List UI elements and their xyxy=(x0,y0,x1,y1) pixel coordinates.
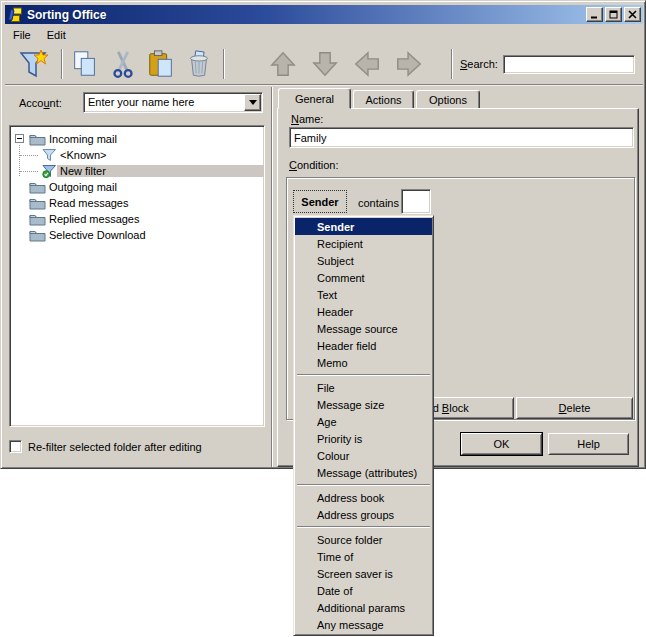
cut-button[interactable] xyxy=(105,46,141,82)
copy-icon xyxy=(70,49,100,79)
chevron-down-icon xyxy=(249,100,257,109)
folder-icon xyxy=(29,180,46,194)
tab-actions[interactable]: Actions xyxy=(353,90,414,109)
toolbar-separator xyxy=(223,49,225,79)
delete-block-button[interactable]: Delete xyxy=(516,397,633,419)
refilter-checkbox[interactable] xyxy=(9,440,22,453)
search-label: Search: xyxy=(460,58,498,70)
tree-item-outgoing-mail[interactable]: Outgoing mail xyxy=(10,179,264,195)
account-label: Account: xyxy=(19,97,62,109)
dropdown-item-memo[interactable]: Memo xyxy=(295,354,432,371)
dropdown-item-screen-saver-is[interactable]: Screen saver is xyxy=(295,565,432,582)
condition-field-button[interactable]: Sender xyxy=(293,190,347,213)
name-label: Name: xyxy=(291,113,323,125)
ok-button[interactable]: OK xyxy=(461,433,542,455)
refilter-checkbox-label: Re-filter selected folder after editing xyxy=(28,441,202,453)
dropdown-separator xyxy=(297,523,430,531)
titlebar: Sorting Office xyxy=(5,5,643,24)
menu-edit[interactable]: Edit xyxy=(39,27,74,43)
arrow-down-icon xyxy=(310,49,340,79)
dropdown-item-message-size[interactable]: Message size xyxy=(295,396,432,413)
app-icon xyxy=(7,7,23,23)
dropdown-item-age[interactable]: Age xyxy=(295,413,432,430)
help-button[interactable]: Help xyxy=(548,433,629,455)
tree-item-known[interactable]: <Known> xyxy=(10,147,264,163)
dropdown-item-any-message[interactable]: Any message xyxy=(295,616,432,633)
dropdown-separator xyxy=(297,481,430,489)
tree-item-selective-download[interactable]: Selective Download xyxy=(10,227,264,243)
folder-tree: Incoming mail <Known> New filter xyxy=(9,125,265,427)
collapse-icon[interactable] xyxy=(15,134,24,143)
tree-item-read-messages[interactable]: Read messages xyxy=(10,195,264,211)
maximize-button[interactable] xyxy=(605,7,622,22)
move-down-button[interactable] xyxy=(307,46,343,82)
arrow-right-icon xyxy=(394,49,424,79)
close-button[interactable] xyxy=(624,7,641,22)
tree-item-label: Selective Download xyxy=(46,228,149,242)
dropdown-item-additional-params[interactable]: Additional params xyxy=(295,599,432,616)
search-input[interactable] xyxy=(503,55,635,74)
arrow-left-icon xyxy=(352,49,382,79)
paste-button[interactable] xyxy=(143,46,179,82)
tree-item-replied-messages[interactable]: Replied messages xyxy=(10,211,264,227)
dropdown-item-address-book[interactable]: Address book xyxy=(295,489,432,506)
condition-operator[interactable]: contains xyxy=(358,197,399,209)
toolbar: Search: xyxy=(5,44,643,85)
folder-icon xyxy=(29,212,46,226)
dropdown-item-message-attributes[interactable]: Message (attributes) xyxy=(295,464,432,481)
tab-options[interactable]: Options xyxy=(416,90,480,109)
dropdown-item-address-groups[interactable]: Address groups xyxy=(295,506,432,523)
panel-divider xyxy=(271,87,273,467)
minimize-icon xyxy=(590,10,599,19)
account-combobox-dropdown-button[interactable] xyxy=(244,94,261,111)
window-title: Sorting Office xyxy=(27,8,584,22)
cut-icon xyxy=(108,49,138,79)
folder-icon xyxy=(29,132,46,146)
move-up-button[interactable] xyxy=(265,46,301,82)
close-icon xyxy=(628,10,637,19)
dropdown-item-priority-is[interactable]: Priority is xyxy=(295,430,432,447)
tree-item-label: <Known> xyxy=(57,148,109,162)
dropdown-item-file[interactable]: File xyxy=(295,379,432,396)
new-filter-button[interactable] xyxy=(15,46,51,82)
dropdown-item-colour[interactable]: Colour xyxy=(295,447,432,464)
paste-icon xyxy=(146,49,176,79)
dropdown-item-header-field[interactable]: Header field xyxy=(295,337,432,354)
dropdown-item-time-of[interactable]: Time of xyxy=(295,548,432,565)
new-filter-icon xyxy=(17,48,49,80)
toolbar-separator xyxy=(451,49,453,79)
tree-item-label: New filter xyxy=(57,164,109,178)
dropdown-item-header[interactable]: Header xyxy=(295,303,432,320)
dropdown-item-source-folder[interactable]: Source folder xyxy=(295,531,432,548)
dropdown-item-subject[interactable]: Subject xyxy=(295,252,432,269)
dropdown-item-sender[interactable]: Sender xyxy=(295,218,432,235)
dropdown-item-comment[interactable]: Comment xyxy=(295,269,432,286)
dropdown-item-message-source[interactable]: Message source xyxy=(295,320,432,337)
folder-icon xyxy=(29,228,46,242)
tab-general[interactable]: General xyxy=(278,88,351,109)
dropdown-separator xyxy=(297,371,430,379)
tree-item-label: Read messages xyxy=(46,196,132,210)
menu-file[interactable]: File xyxy=(5,27,39,43)
copy-button[interactable] xyxy=(67,46,103,82)
account-combobox-value: Enter your name here xyxy=(84,93,243,112)
dropdown-item-date-of[interactable]: Date of xyxy=(295,582,432,599)
move-right-button[interactable] xyxy=(391,46,427,82)
move-left-button[interactable] xyxy=(349,46,385,82)
toolbar-separator xyxy=(61,49,63,79)
filter-name-input[interactable] xyxy=(289,127,634,148)
tree-item-incoming-mail[interactable]: Incoming mail xyxy=(10,131,264,147)
dropdown-item-recipient[interactable]: Recipient xyxy=(295,235,432,252)
tree-item-new-filter[interactable]: New filter xyxy=(10,163,264,179)
filter-icon xyxy=(42,148,57,162)
tree-item-label: Replied messages xyxy=(46,212,143,226)
account-combobox[interactable]: Enter your name here xyxy=(83,92,263,113)
condition-value-box[interactable] xyxy=(401,189,431,214)
tree-item-label: Outgoing mail xyxy=(46,180,120,194)
delete-button[interactable] xyxy=(181,46,217,82)
delete-icon xyxy=(184,49,214,79)
tree-item-label: Incoming mail xyxy=(46,132,120,146)
refilter-option: Re-filter selected folder after editing xyxy=(9,440,202,453)
minimize-button[interactable] xyxy=(586,7,603,22)
dropdown-item-text[interactable]: Text xyxy=(295,286,432,303)
